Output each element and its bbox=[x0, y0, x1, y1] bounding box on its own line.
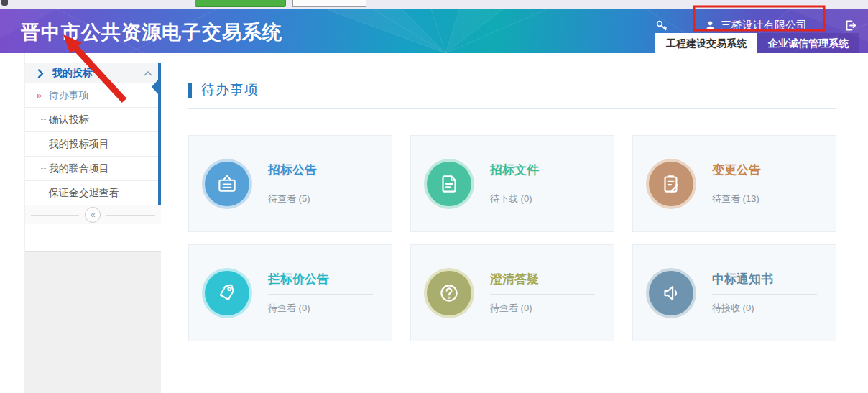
section-divider bbox=[188, 108, 836, 109]
section-title: 待办事项 bbox=[201, 80, 259, 99]
card-clarification[interactable]: 澄清答疑 待查看 (0) bbox=[410, 244, 614, 341]
sidebar-item-my-joint-projects[interactable]: 我的联合项目 bbox=[25, 157, 161, 181]
sidebar-filler bbox=[25, 251, 161, 393]
card-status: 待下载 (0) bbox=[490, 193, 595, 205]
card-title: 招标文件 bbox=[490, 162, 595, 178]
logout-icon[interactable] bbox=[844, 19, 857, 32]
left-gutter bbox=[0, 53, 25, 393]
document-icon bbox=[427, 162, 471, 206]
todo-cards: 招标公告 待查看 (5) 招标文件 待下载 (0) bbox=[188, 135, 836, 341]
price-tag-icon bbox=[205, 271, 249, 315]
sidebar-item-my-bid-projects[interactable]: 我的投标项目 bbox=[25, 132, 161, 157]
sidebar-menu: » 待办事项 确认投标 我的投标项目 我的联合项目 保证金交退查看 bbox=[25, 83, 161, 205]
page-title: 晋中市公共资源电子交易系统 bbox=[21, 19, 282, 45]
section-title-accent bbox=[188, 83, 192, 98]
user-name: 三桥设计有限公司 bbox=[721, 19, 807, 32]
main-content: 待办事项 招标公告 待查看 (5) bbox=[161, 53, 868, 393]
app-header: 晋中市公共资源电子交易系统 三桥设计有限公司 工程建设交易系统 企业诚信管理系统 bbox=[0, 9, 868, 53]
card-price-cap-announcement[interactable]: 拦标价公告 待查看 (0) bbox=[188, 244, 392, 341]
card-title: 澄清答疑 bbox=[490, 271, 595, 287]
announcement-board-icon bbox=[205, 162, 249, 206]
sidebar: 我的投标 » 待办事项 确认投标 我的投标项目 我的联合项目 保证金交退查看 « bbox=[25, 53, 161, 393]
clipboard-pencil-icon bbox=[649, 162, 693, 206]
sidebar-group-my-bids[interactable]: 我的投标 bbox=[25, 63, 161, 83]
system-tabs: 工程建设交易系统 企业诚信管理系统 bbox=[655, 33, 859, 53]
card-title: 变更公告 bbox=[712, 162, 817, 178]
card-title: 拦标价公告 bbox=[268, 271, 373, 287]
sidebar-item-deposit-check[interactable]: 保证金交退查看 bbox=[25, 181, 161, 205]
card-status: 待查看 (13) bbox=[712, 193, 817, 205]
key-icon[interactable] bbox=[655, 19, 668, 32]
partial-text-box[interactable] bbox=[292, 0, 366, 7]
card-tender-announcement[interactable]: 招标公告 待查看 (5) bbox=[188, 135, 392, 232]
card-status: 待查看 (0) bbox=[490, 302, 595, 315]
tab-construction-trading[interactable]: 工程建设交易系统 bbox=[655, 33, 757, 53]
card-status: 待接收 (0) bbox=[712, 302, 817, 315]
browser-strip bbox=[0, 0, 868, 9]
sidebar-item-confirm-bid[interactable]: 确认投标 bbox=[25, 108, 161, 132]
card-change-announcement[interactable]: 变更公告 待查看 (13) bbox=[632, 135, 836, 232]
section-title-row: 待办事项 bbox=[188, 80, 836, 99]
sidebar-collapse-row: « bbox=[25, 205, 161, 224]
card-tender-documents[interactable]: 招标文件 待下载 (0) bbox=[410, 135, 614, 232]
sidebar-collapse-button[interactable]: « bbox=[85, 207, 101, 223]
question-icon bbox=[427, 271, 471, 315]
user-icon bbox=[705, 20, 716, 31]
sidebar-item-todo[interactable]: » 待办事项 bbox=[25, 83, 161, 108]
chevron-up-icon[interactable] bbox=[144, 70, 152, 76]
card-title: 招标公告 bbox=[268, 162, 373, 178]
user-account-button[interactable]: 三桥设计有限公司 bbox=[686, 19, 826, 32]
card-status: 待查看 (0) bbox=[268, 302, 373, 315]
active-item-marker: » bbox=[37, 83, 42, 107]
card-status: 待查看 (5) bbox=[268, 193, 373, 205]
partial-browser-glyph bbox=[1, 0, 8, 6]
card-award-notice[interactable]: 中标通知书 待接收 (0) bbox=[632, 244, 836, 341]
partial-green-button[interactable] bbox=[195, 0, 286, 7]
active-item-arrow bbox=[152, 79, 159, 95]
chevron-right-icon bbox=[37, 69, 44, 78]
card-title: 中标通知书 bbox=[712, 271, 817, 287]
speaker-icon bbox=[649, 271, 693, 315]
tab-enterprise-credit[interactable]: 企业诚信管理系统 bbox=[757, 33, 859, 53]
sidebar-group-label: 我的投标 bbox=[52, 67, 144, 80]
